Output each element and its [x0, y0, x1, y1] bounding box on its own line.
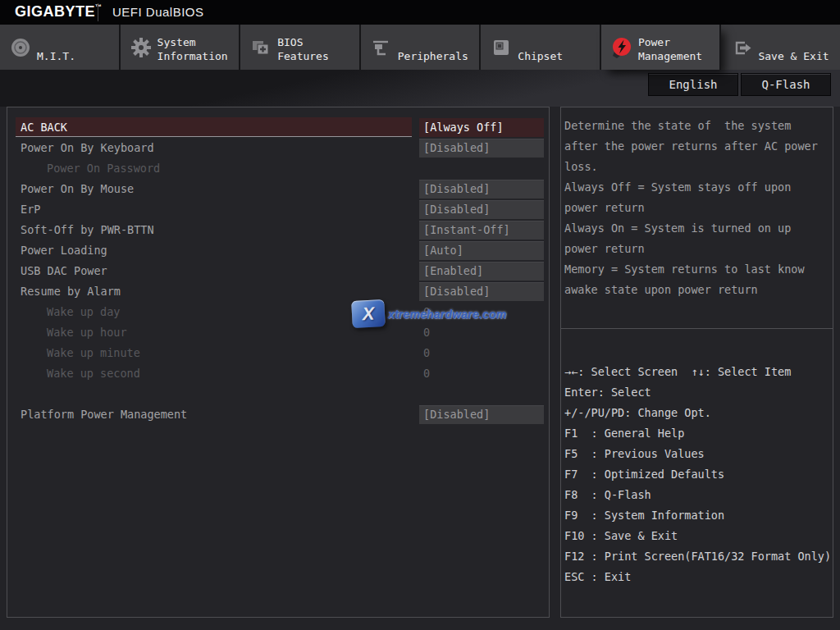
setting-label: Resume by Alarm [21, 281, 121, 302]
legend-line: +/-/PU/PD: Change Opt. [564, 403, 831, 423]
tab-bar: M.I.T. SystemInformation [0, 25, 840, 70]
help-line: power return [564, 198, 831, 218]
tab-system-information[interactable]: SystemInformation [121, 25, 241, 70]
legend-line: F9 : System Information [564, 505, 831, 526]
setting-value[interactable]: [Disabled] [419, 180, 544, 199]
chip-icon [489, 35, 514, 60]
setting-label: Wake up second [47, 363, 140, 384]
tab-label-line2: Save & Exit [758, 49, 829, 63]
help-line: power return [564, 239, 831, 259]
windows-plus-icon [249, 35, 273, 60]
row-highlight [16, 117, 412, 137]
tab-mit[interactable]: M.I.T. [0, 25, 121, 70]
setting-value[interactable]: 0 [419, 344, 544, 363]
setting-label: Wake up minute [47, 343, 140, 363]
key-legend: →←: Select Screen ↑↓: Select ItemEnter: … [564, 362, 831, 587]
dial-icon [8, 35, 33, 60]
setting-value[interactable]: [Auto] [419, 241, 544, 260]
setting-value[interactable]: [Disabled] [419, 282, 544, 301]
trademark-mark: ™ [95, 3, 103, 11]
setting-label: Power Loading [21, 240, 107, 261]
setting-value[interactable]: [Disabled] [419, 200, 544, 219]
tab-bios-features[interactable]: BIOSFeatures [240, 25, 361, 70]
tab-label-line1: Power [638, 35, 702, 49]
gear-icon [129, 35, 153, 60]
tab-peripherals[interactable]: Peripherals [361, 25, 482, 70]
tab-label-line2: Peripherals [398, 49, 468, 63]
help-line: loss. [564, 157, 831, 177]
tab-label-line2: Management [638, 49, 702, 63]
setting-row[interactable]: USB DAC Power [Enabled] [7, 261, 549, 281]
tab-label-line2: M.I.T. [37, 49, 75, 63]
help-line: Memory = System returns to last know [564, 259, 831, 280]
setting-label: ErP [21, 199, 40, 220]
help-line: awake state upon power return [564, 280, 831, 300]
legend-line: ESC : Exit [564, 567, 831, 587]
setting-row[interactable]: Wake up second 0 [7, 363, 549, 384]
exit-door-arrow-icon [729, 35, 754, 60]
tab-label-line2: Features [277, 49, 329, 63]
setting-label: USB DAC Power [21, 261, 107, 281]
legend-line: F8 : Q-Flash [564, 485, 831, 505]
setting-row[interactable]: Power Loading [Auto] [7, 240, 549, 261]
tab-label-line2: Information [158, 49, 228, 63]
setting-value[interactable]: [Enabled] [419, 262, 544, 281]
setting-label: Power On Password [47, 158, 160, 179]
legend-line: F5 : Previous Values [564, 444, 831, 464]
help-line: Always Off = System stays off upon [564, 177, 831, 198]
setting-value[interactable]: [Instant-Off] [419, 221, 544, 240]
settings-panel: AC BACK [Always Off] Power On By Keyboar… [7, 107, 550, 618]
setting-label: Power On By Mouse [21, 179, 134, 199]
legend-line: F10 : Save & Exit [564, 526, 831, 546]
setting-label: Platform Power Management [21, 404, 187, 425]
legend-line: F1 : General Help [564, 423, 831, 444]
tab-label-line1: BIOS [277, 35, 329, 49]
setting-value[interactable]: 0 [419, 364, 544, 383]
title-bar: GIGABYTE™ UEFI DualBIOS [0, 0, 840, 25]
bios-screen: GIGABYTE™ UEFI DualBIOS M.I.T. [0, 0, 840, 630]
setting-label: Wake up hour [47, 322, 127, 343]
setting-label: Wake up day [47, 302, 120, 322]
setting-value[interactable]: [Always Off] [419, 118, 544, 137]
tab-save-exit[interactable]: Save & Exit [721, 25, 840, 70]
item-help-text: Determine the state of the systemafter t… [564, 116, 831, 300]
peripheral-cable-icon [369, 35, 394, 60]
setting-label: Soft-Off by PWR-BTTN [21, 220, 154, 240]
setting-row[interactable]: Resume by Alarm [Disabled] [7, 281, 549, 302]
setting-row[interactable]: Wake up minute 0 [7, 343, 549, 363]
setting-label: Power On By Keyboard [21, 138, 154, 158]
tab-power-management[interactable]: PowerManagement [601, 25, 722, 70]
legend-line: F7 : Optimized Defaults [564, 464, 831, 485]
setting-row[interactable]: Soft-Off by PWR-BTTN [Instant-Off] [7, 220, 549, 240]
qflash-button[interactable]: Q-Flash [741, 73, 831, 96]
setting-row[interactable]: Power On Password [7, 158, 549, 179]
gigabyte-logo: GIGABYTE™ [15, 3, 103, 21]
help-line: Determine the state of the system [564, 116, 831, 136]
tab-chipset[interactable]: Chipset [481, 25, 601, 70]
legend-line: Enter: Select [564, 382, 831, 403]
setting-label: AC BACK [21, 117, 67, 138]
help-line: after the power returns after AC power [564, 136, 831, 157]
language-button[interactable]: English [648, 73, 738, 96]
tab-label-line2: Chipset [518, 49, 563, 63]
power-lightning-icon [609, 35, 634, 60]
legend-line: →←: Select Screen ↑↓: Select Item [564, 362, 831, 382]
firmware-title: UEFI DualBIOS [112, 5, 204, 19]
setting-row[interactable]: ErP [Disabled] [7, 199, 549, 220]
settings-list: AC BACK [Always Off] Power On By Keyboar… [7, 117, 549, 425]
watermark-text: xtremehardware.com [388, 308, 506, 321]
tab-label-line1: System [158, 35, 228, 49]
help-line: Always On = System is turned on up [564, 218, 831, 239]
setting-value[interactable]: [Disabled] [419, 139, 544, 158]
setting-row[interactable]: Platform Power Management [Disabled] [7, 404, 549, 425]
setting-row[interactable]: Power On By Mouse [Disabled] [7, 179, 549, 199]
setting-row[interactable] [7, 384, 549, 404]
help-panel-divider [561, 328, 833, 329]
setting-value[interactable]: [Disabled] [419, 405, 544, 424]
watermark-badge-icon: X [351, 299, 386, 328]
setting-row[interactable]: AC BACK [Always Off] [7, 117, 549, 138]
watermark: X xtremehardware.com [352, 300, 506, 327]
legend-line: F12 : Print Screen(FAT16/32 Format Only) [564, 546, 831, 567]
setting-row[interactable]: Power On By Keyboard [Disabled] [7, 138, 549, 158]
titlebar-divider [98, 3, 98, 21]
